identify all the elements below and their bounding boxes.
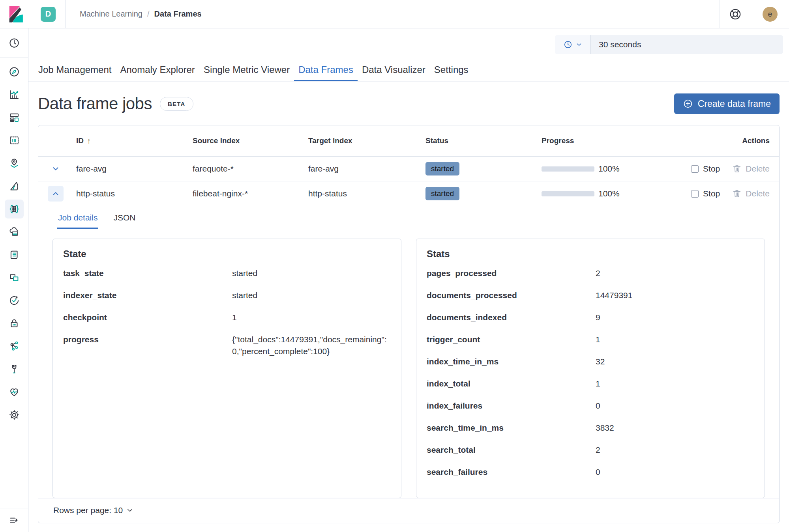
sidebar-item-infrastructure[interactable] bbox=[3, 220, 26, 243]
top-header: D Machine Learning / Data Frames e bbox=[0, 0, 789, 28]
heartbeat-icon bbox=[8, 386, 20, 398]
state-term: task_state bbox=[63, 267, 232, 279]
stats-value: 3832 bbox=[596, 422, 754, 434]
map-pin-icon bbox=[8, 157, 20, 169]
sidebar-item-graph[interactable] bbox=[3, 335, 26, 358]
user-menu[interactable]: e bbox=[751, 0, 789, 28]
column-status: Status bbox=[425, 136, 542, 145]
machine-learning-icon bbox=[8, 203, 20, 215]
collapse-arrow-icon bbox=[9, 515, 20, 526]
stats-term: index_total bbox=[427, 378, 596, 390]
state-panel: State task_state started indexer_state s… bbox=[52, 239, 401, 498]
job-source-index: farequote-* bbox=[193, 164, 308, 174]
progress-cell: 100% bbox=[542, 164, 672, 174]
row-actions: Stop Delete bbox=[672, 164, 770, 174]
stats-value: 1 bbox=[596, 378, 754, 390]
stats-term: documents_processed bbox=[427, 289, 596, 301]
time-picker-toggle[interactable] bbox=[555, 35, 591, 54]
kibana-logo[interactable] bbox=[9, 6, 31, 23]
sidebar-item-management[interactable] bbox=[3, 403, 26, 426]
stop-action[interactable]: Stop bbox=[691, 189, 720, 198]
job-source-index: filebeat-nginx-* bbox=[193, 189, 308, 198]
expand-row-button[interactable] bbox=[48, 161, 64, 177]
chevron-down-icon bbox=[575, 41, 583, 48]
sidebar-item-maps[interactable] bbox=[3, 152, 26, 175]
user-avatar: e bbox=[763, 7, 778, 22]
progress-label: 100% bbox=[598, 189, 620, 198]
sidebar-item-apm[interactable] bbox=[3, 175, 26, 198]
column-progress: Progress bbox=[542, 136, 672, 145]
chevron-down-icon bbox=[51, 164, 60, 173]
breadcrumb-machine-learning[interactable]: Machine Learning bbox=[80, 9, 142, 19]
stats-row: trigger_count 1 bbox=[427, 334, 754, 345]
delete-label: Delete bbox=[746, 189, 770, 198]
stop-action[interactable]: Stop bbox=[691, 164, 720, 174]
collapse-row-button[interactable] bbox=[48, 186, 64, 202]
sidebar-item-discover[interactable] bbox=[3, 60, 26, 83]
stats-term: index_failures bbox=[427, 400, 596, 412]
stats-value: 2 bbox=[596, 444, 754, 456]
delete-label: Delete bbox=[746, 164, 770, 174]
state-value: started bbox=[232, 267, 391, 279]
details-panels: State task_state started indexer_state s… bbox=[52, 239, 765, 498]
delete-action[interactable]: Delete bbox=[732, 164, 770, 174]
ml-nav-tabs: Job Management Anomaly Explorer Single M… bbox=[28, 59, 789, 82]
sidebar-item-visualize[interactable] bbox=[3, 83, 26, 106]
sidebar-item-canvas[interactable] bbox=[3, 129, 26, 152]
clock-icon bbox=[563, 40, 573, 49]
sidebar-item-monitoring[interactable] bbox=[3, 381, 26, 403]
sidebar-item-logs[interactable] bbox=[3, 243, 26, 266]
state-panel-title: State bbox=[63, 248, 391, 259]
tab-json[interactable]: JSON bbox=[112, 207, 136, 229]
layered-rects-icon bbox=[8, 272, 20, 284]
tab-data-visualizer[interactable]: Data Visualizer bbox=[358, 59, 430, 81]
dashboard-icon bbox=[8, 112, 20, 123]
tab-job-management[interactable]: Job Management bbox=[34, 59, 116, 81]
sidebar-item-dashboard[interactable] bbox=[3, 106, 26, 129]
state-term: progress bbox=[63, 334, 232, 357]
stats-term: search_total bbox=[427, 444, 596, 456]
header-divider bbox=[31, 0, 31, 28]
compass-icon bbox=[8, 66, 20, 78]
delete-action[interactable]: Delete bbox=[732, 189, 770, 199]
time-picker-value[interactable]: 30 seconds bbox=[591, 35, 783, 54]
tab-single-metric-viewer[interactable]: Single Metric Viewer bbox=[199, 59, 294, 81]
state-row: indexer_state started bbox=[63, 289, 391, 301]
progress-bar bbox=[542, 166, 594, 172]
stop-checkbox[interactable] bbox=[691, 190, 699, 198]
sidebar-collapse-button[interactable] bbox=[3, 509, 26, 532]
data-frames-page: Data frame jobs BETA Create data frame I… bbox=[28, 82, 789, 532]
chevron-up-icon bbox=[51, 189, 60, 198]
trash-icon bbox=[732, 189, 742, 199]
breadcrumb: Machine Learning / Data Frames bbox=[80, 9, 202, 19]
stats-value: 32 bbox=[596, 356, 754, 368]
time-picker: 30 seconds bbox=[555, 35, 783, 54]
state-row: task_state started bbox=[63, 267, 391, 279]
sidebar-item-dev-tools[interactable] bbox=[3, 358, 26, 381]
sidebar-item-status-check[interactable] bbox=[3, 289, 26, 312]
progress-label: 100% bbox=[598, 164, 620, 174]
stats-value: 9 bbox=[596, 312, 754, 323]
help-button[interactable] bbox=[720, 0, 751, 28]
tab-data-frames[interactable]: Data Frames bbox=[294, 59, 358, 81]
stats-row: search_total 2 bbox=[427, 444, 754, 456]
sidebar-item-uptime[interactable] bbox=[3, 266, 26, 289]
stats-row: search_failures 0 bbox=[427, 466, 754, 478]
stats-value: 14479391 bbox=[596, 289, 754, 301]
create-data-frame-button[interactable]: Create data frame bbox=[674, 93, 780, 114]
stats-term: trigger_count bbox=[427, 334, 596, 345]
column-id[interactable]: ID ↑ bbox=[76, 136, 193, 146]
rows-per-page-selector[interactable]: Rows per page: 10 bbox=[53, 506, 134, 515]
toolbar-row: 30 seconds bbox=[28, 28, 789, 59]
sidebar-item-security-lock[interactable] bbox=[3, 312, 26, 335]
tab-job-details[interactable]: Job details bbox=[57, 207, 98, 229]
column-target-index: Target index bbox=[308, 136, 425, 145]
sidebar-item-machine-learning[interactable] bbox=[3, 198, 26, 220]
space-avatar[interactable]: D bbox=[41, 7, 56, 22]
tab-anomaly-explorer[interactable]: Anomaly Explorer bbox=[116, 59, 199, 81]
job-target-index: fare-avg bbox=[308, 164, 425, 174]
tab-settings[interactable]: Settings bbox=[430, 59, 473, 81]
bar-chart-icon bbox=[8, 89, 20, 101]
sidebar-item-recently-viewed[interactable] bbox=[3, 32, 26, 54]
stop-checkbox[interactable] bbox=[691, 165, 699, 173]
